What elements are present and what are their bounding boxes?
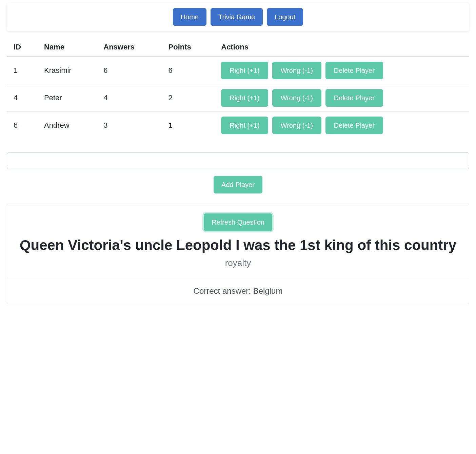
col-name: Name [37,38,97,57]
right-button[interactable]: Right (+1) [221,89,268,107]
add-player-button[interactable]: Add Player [214,176,262,193]
wrong-button[interactable]: Wrong (-1) [272,89,321,107]
nav-trivia-button[interactable]: Trivia Game [211,8,263,26]
answer-label: Correct answer: [194,286,253,295]
table-row: 4Peter42Right (+1)Wrong (-1)Delete Playe… [7,84,469,112]
right-button[interactable]: Right (+1) [221,117,268,134]
col-actions: Actions [214,38,469,57]
question-text: Queen Victoria's uncle Leopold I was the… [15,236,461,254]
cell-name: Peter [37,84,97,112]
cell-name: Krasimir [37,57,97,84]
navbar: Home Trivia Game Logout [7,3,469,31]
col-id: ID [7,38,37,57]
cell-actions: Right (+1)Wrong (-1)Delete Player [214,112,469,139]
cell-answers: 6 [97,57,161,84]
delete-player-button[interactable]: Delete Player [325,62,383,79]
question-category: royalty [15,258,461,268]
cell-points: 1 [162,112,215,139]
col-answers: Answers [97,38,161,57]
answer-footer: Correct answer: Belgium [7,278,469,304]
table-row: 6Andrew31Right (+1)Wrong (-1)Delete Play… [7,112,469,139]
refresh-question-button[interactable]: Refresh Question [204,213,272,231]
player-name-input[interactable] [7,152,469,169]
cell-points: 2 [162,84,215,112]
cell-id: 1 [7,57,37,84]
nav-home-button[interactable]: Home [173,8,206,26]
question-card: Refresh Question Queen Victoria's uncle … [7,204,469,304]
cell-id: 4 [7,84,37,112]
wrong-button[interactable]: Wrong (-1) [272,62,321,79]
cell-actions: Right (+1)Wrong (-1)Delete Player [214,84,469,112]
players-table: ID Name Answers Points Actions 1Krasimir… [7,38,469,139]
cell-actions: Right (+1)Wrong (-1)Delete Player [214,57,469,84]
answer-value: Belgium [253,286,283,295]
delete-player-button[interactable]: Delete Player [325,89,383,107]
nav-logout-button[interactable]: Logout [267,8,303,26]
right-button[interactable]: Right (+1) [221,62,268,79]
cell-id: 6 [7,112,37,139]
cell-name: Andrew [37,112,97,139]
table-row: 1Krasimir66Right (+1)Wrong (-1)Delete Pl… [7,57,469,84]
cell-answers: 3 [97,112,161,139]
delete-player-button[interactable]: Delete Player [325,117,383,134]
wrong-button[interactable]: Wrong (-1) [272,117,321,134]
col-points: Points [162,38,215,57]
cell-answers: 4 [97,84,161,112]
cell-points: 6 [162,57,215,84]
